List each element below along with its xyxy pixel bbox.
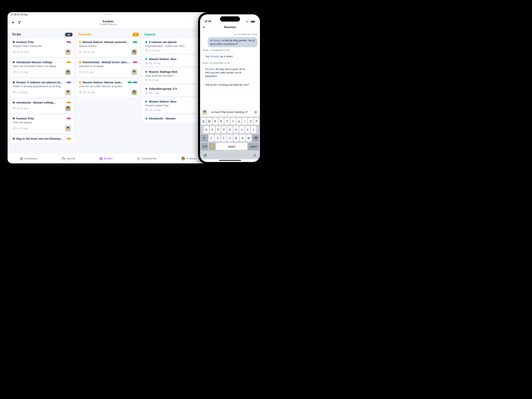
key-emoji[interactable]: 😊 xyxy=(209,143,215,150)
key-c[interactable]: C xyxy=(221,134,226,142)
nav-tijdregistratie[interactable]: Tijdregistratie xyxy=(137,157,157,160)
key-q[interactable]: Q xyxy=(201,118,206,125)
composer-avatar: 👨 xyxy=(202,109,207,115)
back-button[interactable] xyxy=(10,19,16,25)
key-s[interactable]: S xyxy=(210,126,215,133)
message-incoming[interactable]: Top Richard, ga ik doen! xyxy=(203,53,236,60)
arrow-left-icon xyxy=(203,25,206,29)
key-u[interactable]: U xyxy=(236,118,241,125)
message-incoming[interactable]: Richard, de blog ziet er goed uit! Ik he… xyxy=(203,66,252,80)
kanban-card[interactable]: Kantoor FotoSupport Team IntroductieMa 2… xyxy=(10,38,73,57)
key-k[interactable]: K xyxy=(245,126,250,133)
key-b[interactable]: B xyxy=(234,134,239,142)
kanban-card[interactable]: Posten: 5 redenen om plannen te...Artike… xyxy=(10,79,73,97)
phone-back-button[interactable] xyxy=(203,25,206,29)
composer-input[interactable]: Ja hoor! Plan jij een meeting in? xyxy=(209,109,252,115)
calendar-icon xyxy=(79,71,82,74)
kanban-card[interactable]: Gebruikersgroep: 5 hMa 7 Aug. xyxy=(143,85,206,96)
tag-pill xyxy=(67,61,71,63)
status-dot xyxy=(13,118,15,120)
card-date: Ma 21 Aug. xyxy=(13,107,29,110)
mention-button[interactable]: @ xyxy=(253,110,258,114)
kanban-card[interactable]: Repost: Bijdrage BedKlant heeft een tevr… xyxy=(143,68,206,83)
assignee-avatar: 👨 xyxy=(65,89,71,95)
key-i[interactable]: I xyxy=(242,118,247,125)
key-t[interactable]: T xyxy=(224,118,230,125)
mic-icon[interactable] xyxy=(253,153,257,157)
card-title: Nieuwe feature: Nieuwe auto... xyxy=(82,81,126,84)
kanban-card[interactable]: Dag in het leven van een Develop... xyxy=(10,135,73,143)
svg-rect-1 xyxy=(13,71,15,73)
status-dot xyxy=(145,88,147,90)
key-return[interactable]: return xyxy=(248,143,259,150)
nav-label: Borden xyxy=(104,157,113,160)
kanban-card[interactable]: Nieuwe feature: Nieuwe automati...Nieuwe… xyxy=(76,38,140,57)
kanban-card[interactable]: 5 redenen om planneInspiratieartikel - Z… xyxy=(143,38,206,53)
nav-dashboard[interactable]: Dashboard xyxy=(20,157,37,160)
message-incoming[interactable]: Heb jij hier vandaag toevallig tijd voor… xyxy=(203,81,252,88)
key-d[interactable]: D xyxy=(216,126,221,133)
kanban-card[interactable]: Introductie - Nieuwe collega...Ma 21 Aug… xyxy=(10,99,73,113)
key-a[interactable]: A xyxy=(204,126,209,133)
tag-pill xyxy=(67,82,71,83)
keyboard: QWERTYUIOPASDFGHJKL⇧ZXCVBNM⌫123😊spaceret… xyxy=(200,116,260,152)
nav-profielen[interactable]: 👩Profielen xyxy=(181,157,196,161)
key-x[interactable]: X xyxy=(215,134,220,142)
kanban-card[interactable]: Introductie - Nieuwe xyxy=(143,115,206,123)
kanban-card[interactable]: Nieuwe feature: Nieuwe auto...Leuk om ee… xyxy=(76,79,140,97)
card-subtitle: Leuk om een video hierover te posten xyxy=(79,85,137,88)
key-n[interactable]: N xyxy=(240,134,245,142)
key-shift[interactable]: ⇧ xyxy=(201,134,208,142)
filter-button[interactable] xyxy=(16,19,22,25)
status-dot xyxy=(13,61,15,63)
key-l[interactable]: L xyxy=(251,126,256,133)
kanban-card[interactable]: Kantoor FotoOver ons paginaVr 18 Aug👨 xyxy=(10,115,73,133)
kanban-card[interactable]: Introductie Nieuwe CollegaInput van het … xyxy=(10,59,73,77)
key-h[interactable]: H xyxy=(233,126,239,133)
calendar-icon xyxy=(13,91,16,94)
key-space[interactable]: space xyxy=(216,143,247,150)
nav-agenda[interactable]: Agenda xyxy=(61,157,75,160)
assignee-avatar: 👩 xyxy=(65,69,71,75)
globe-icon[interactable] xyxy=(203,153,207,157)
chat-thread[interactable]: Jij, 13 September 10:31Hi Karlijn, ik he… xyxy=(200,31,260,107)
card-list: Kantoor FotoSupport Team IntroductieMa 2… xyxy=(10,38,73,153)
key-g[interactable]: G xyxy=(228,126,233,133)
kanban-card[interactable]: Nieuwe feature: NieuProduct update blogD… xyxy=(143,98,206,113)
key-v[interactable]: V xyxy=(227,134,233,142)
status-dot xyxy=(13,81,15,83)
key-j[interactable]: J xyxy=(239,126,245,133)
message-outgoing[interactable]: Hi Karlijn, ik heb de blog gereed. zou j… xyxy=(208,37,258,47)
key-w[interactable]: W xyxy=(207,118,212,125)
card-title: Nieuwe feature: Nieu xyxy=(149,100,203,103)
key-r[interactable]: R xyxy=(219,118,224,125)
tag-pill xyxy=(133,41,137,43)
key-y[interactable]: Y xyxy=(230,118,236,125)
bottom-nav: DashboardAgendaBordenTijdregistratie👩Pro… xyxy=(8,153,209,163)
card-list: 5 redenen om planneInspiratieartikel - Z… xyxy=(143,38,206,153)
assignee-avatar: 👩 xyxy=(131,89,137,95)
key-numbers[interactable]: 123 xyxy=(201,143,208,150)
key-o[interactable]: O xyxy=(248,118,253,125)
calendar-icon xyxy=(79,51,82,53)
key-m[interactable]: M xyxy=(246,134,251,142)
card-date: Do 17 Aug. xyxy=(13,71,29,74)
key-z[interactable]: Z xyxy=(209,134,214,142)
key-p[interactable]: P xyxy=(254,118,259,125)
page-subtitle: Content Planning xyxy=(100,23,116,25)
key-backspace[interactable]: ⌫ xyxy=(252,134,259,142)
key-e[interactable]: E xyxy=(213,118,218,125)
tablet-device: 12:38 Di 15 Aug • • • Kanban Content Pla… xyxy=(4,9,212,167)
nav-borden[interactable]: Borden xyxy=(99,157,113,160)
card-title: Nieuwe feature: Nieu xyxy=(149,57,203,61)
kanban-card[interactable]: Nieuwe feature: NieuDo 10 Aug. xyxy=(143,56,206,66)
svg-rect-17 xyxy=(101,157,102,158)
kanban-card[interactable]: Klantverhaal - Bedrijf Groen Jans...Inte… xyxy=(76,59,140,77)
key-f[interactable]: F xyxy=(222,126,227,133)
svg-rect-25 xyxy=(254,154,255,156)
tablet-statusbar: 12:38 Di 15 Aug • • • xyxy=(8,12,209,17)
kanban-board: To-Do12Kantoor FotoSupport Team Introduc… xyxy=(8,28,209,153)
phone-screen: 12:38 Reacties Jij, 13 September 10:31Hi… xyxy=(200,14,260,162)
calendar-icon xyxy=(145,108,148,111)
grid-icon xyxy=(99,157,103,160)
